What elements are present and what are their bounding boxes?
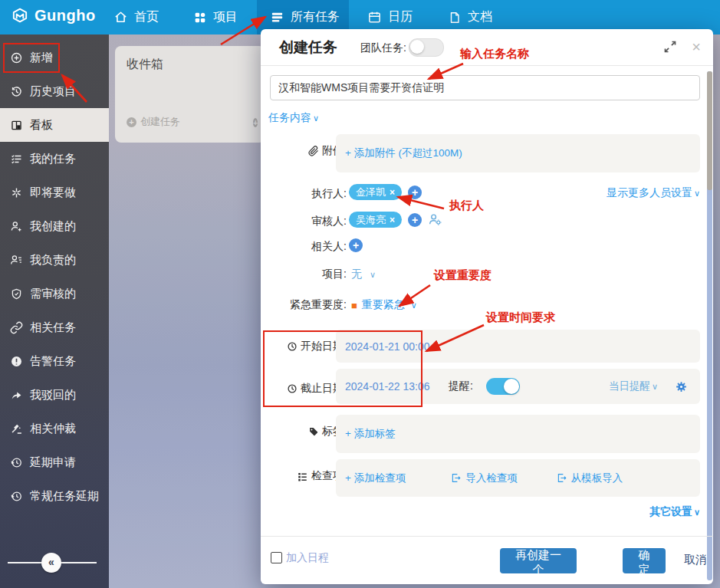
close-icon[interactable]: × xyxy=(692,38,701,56)
sidebar-item-history-projects[interactable]: 历史项目 xyxy=(0,74,109,108)
second-column-create-button[interactable]: + xyxy=(253,115,258,129)
sidebar-label: 相关仲裁 xyxy=(30,422,76,436)
remind-settings-gear-icon[interactable] xyxy=(675,380,688,393)
cancel-button[interactable]: 取消 xyxy=(679,552,712,568)
task-content-toggle[interactable]: 任务内容∨ xyxy=(268,111,319,125)
link-icon xyxy=(10,321,23,334)
sidebar-item-alert-tasks[interactable]: 告警任务 xyxy=(0,344,109,378)
sidebar-item-kanban[interactable]: 看板 xyxy=(0,108,109,142)
schedule-checkbox[interactable] xyxy=(271,552,282,563)
sidebar: 新增 历史项目 看板 我的任务 即将要做 我创建的 我负责的 需审核的 xyxy=(0,34,109,588)
sidebar-item-related-tasks[interactable]: 相关任务 xyxy=(0,310,109,344)
modal-body: 任务内容∨ 附件: + 添加附件 (不超过100M) 执行人: 金泽凯 × + … xyxy=(261,65,713,537)
clock-rotate-icon xyxy=(10,456,23,469)
clock-icon xyxy=(287,341,298,352)
sidebar-item-arbitration[interactable]: 相关仲裁 xyxy=(0,412,109,445)
sidebar-item-owned-by-me[interactable]: 我负责的 xyxy=(0,243,109,277)
inbox-create-task-button[interactable]: + 创建任务 xyxy=(127,115,180,129)
nav-all-tasks-label: 所有任务 xyxy=(291,9,340,25)
priority-select[interactable]: ■ 重要紧急 ∨ xyxy=(351,298,417,312)
sidebar-label: 我驳回的 xyxy=(30,388,76,402)
app-window: 收件箱 + 创建任务 + Gungho 首页 项目 所有任务 日历 xyxy=(0,0,720,588)
add-checklist-link[interactable]: + 添加检查项 xyxy=(345,471,406,485)
sidebar-label: 延期申请 xyxy=(30,455,76,470)
sidebar-label: 我的任务 xyxy=(30,152,76,166)
person-gear-icon[interactable] xyxy=(428,212,442,227)
attachment-label: 附件: xyxy=(261,144,347,158)
person-name: 吴海亮 xyxy=(356,213,386,227)
tag-field[interactable]: + 添加标签 xyxy=(336,415,700,453)
logo-text: Gungho xyxy=(35,7,96,25)
priority-label: 紧急重要度: xyxy=(261,298,347,312)
project-value: 无 xyxy=(351,268,362,281)
sidebar-label: 告警任务 xyxy=(30,354,76,369)
team-task-toggle[interactable] xyxy=(409,38,444,57)
remove-person-icon[interactable]: × xyxy=(390,215,395,225)
remove-person-icon[interactable]: × xyxy=(390,187,395,198)
sidebar-item-rejected-by-me[interactable]: 我驳回的 xyxy=(0,378,109,412)
history-icon xyxy=(10,85,23,98)
sidebar-item-new[interactable]: 新增 xyxy=(0,41,109,74)
reviewer-person-chip[interactable]: 吴海亮 × xyxy=(349,212,402,228)
sidebar-label: 历史项目 xyxy=(30,84,76,99)
task-name-input[interactable] xyxy=(270,75,700,100)
due-date-label: 截止日期: xyxy=(261,382,347,396)
add-tag-link[interactable]: + 添加标签 xyxy=(345,427,396,441)
import-from-template-link[interactable]: 从模板导入 xyxy=(556,471,623,485)
nav-home[interactable]: 首页 xyxy=(113,0,159,34)
priority-value: 重要紧急 xyxy=(362,298,405,312)
add-related-person-button[interactable]: + xyxy=(349,238,363,252)
clock-icon xyxy=(287,383,298,394)
executor-label: 执行人: xyxy=(261,187,347,201)
app-logo[interactable]: Gungho xyxy=(11,6,96,25)
sidebar-item-my-tasks[interactable]: 我的任务 xyxy=(0,142,109,176)
executor-person-chip[interactable]: 金泽凯 × xyxy=(349,184,402,200)
paperclip-icon xyxy=(308,146,319,156)
sidebar-item-needs-review[interactable]: 需审核的 xyxy=(0,277,109,310)
sidebar-collapse-button[interactable]: « xyxy=(41,553,61,573)
sidebar-label: 常规任务延期 xyxy=(30,489,99,504)
toggle-knob xyxy=(504,379,519,394)
import-checklist-link[interactable]: 导入检查项 xyxy=(450,471,518,485)
tag-icon xyxy=(308,426,319,437)
sidebar-item-regular-task-delay[interactable]: 常规任务延期 xyxy=(0,479,109,513)
checklist-icon xyxy=(297,471,308,482)
start-date-value: 2024-01-21 00:00 xyxy=(345,340,430,353)
add-executor-button[interactable]: + xyxy=(408,186,422,199)
import-icon xyxy=(556,472,567,484)
kanban-icon xyxy=(10,119,23,132)
calendar-icon xyxy=(367,10,382,25)
sidebar-item-upcoming[interactable]: 即将要做 xyxy=(0,176,109,209)
project-label: 项目: xyxy=(261,268,347,281)
sidebar-label: 需审核的 xyxy=(30,287,76,301)
start-date-label: 开始日期: xyxy=(261,340,347,353)
remind-option-select[interactable]: 当日提醒∨ xyxy=(609,379,658,393)
start-date-field[interactable]: 2024-01-21 00:00 xyxy=(336,330,700,363)
add-attachment-link[interactable]: + 添加附件 (不超过100M) xyxy=(345,146,462,160)
task-content-label: 任务内容 xyxy=(268,111,311,123)
add-reviewer-button[interactable]: + xyxy=(408,213,422,227)
person-name: 金泽凯 xyxy=(356,186,386,199)
nav-projects[interactable]: 项目 xyxy=(193,0,238,34)
nav-calendar-label: 日历 xyxy=(388,9,413,25)
chevron-down-icon: ∨ xyxy=(411,301,417,310)
confirm-button[interactable]: 确定 xyxy=(623,548,666,573)
due-date-field[interactable]: 2024-01-22 13:06 提醒: 当日提醒∨ xyxy=(336,369,700,404)
show-more-people-link[interactable]: 显示更多人员设置∨ xyxy=(607,186,700,200)
other-settings-toggle[interactable]: 其它设置∨ xyxy=(649,505,700,519)
toggle-knob xyxy=(410,40,424,54)
scrollbar-thumb[interactable] xyxy=(707,71,712,190)
reviewer-label: 审核人: xyxy=(261,215,347,228)
expand-icon[interactable] xyxy=(662,39,678,54)
sidebar-item-delay-request[interactable]: 延期申请 xyxy=(0,445,109,479)
sidebar-label: 看板 xyxy=(30,118,53,133)
due-date-value: 2024-01-22 13:06 xyxy=(345,380,430,393)
remind-toggle[interactable] xyxy=(486,378,520,395)
plus-icon: + xyxy=(253,118,258,127)
modal-scrollbar[interactable] xyxy=(707,71,712,580)
sidebar-item-created-by-me[interactable]: 我创建的 xyxy=(0,209,109,243)
chevron-down-icon: ∨ xyxy=(370,270,376,280)
create-another-button[interactable]: 再创建一个 xyxy=(500,548,577,573)
project-select[interactable]: 无∨ xyxy=(351,268,376,281)
attachment-dropzone[interactable]: + 添加附件 (不超过100M) xyxy=(336,134,700,172)
